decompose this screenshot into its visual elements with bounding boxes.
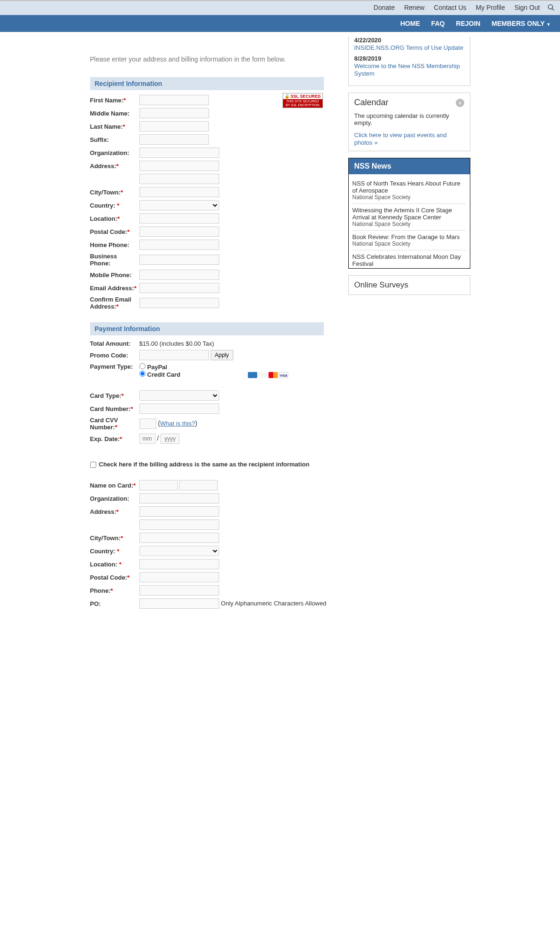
ssl-badge: 🔒SSL SECURED THIS SITE SECUREDBY SSL ENC… <box>283 93 323 108</box>
cvv-help-link[interactable]: What is this? <box>160 420 195 427</box>
plus-icon[interactable]: + <box>456 99 464 107</box>
total-amount-value: $15.00 (includes $0.00 Tax) <box>139 340 289 347</box>
billing-org-input[interactable] <box>139 493 219 504</box>
notice-date: 8/28/2019 <box>354 55 464 62</box>
mobile-phone-input[interactable] <box>139 270 219 280</box>
same-address-checkbox[interactable] <box>90 462 96 468</box>
past-events-link[interactable]: Click here to view past events and photo… <box>354 132 447 146</box>
apply-promo-button[interactable]: Apply <box>211 350 233 360</box>
nav-members[interactable]: MEMBERS ONLY ▾ <box>491 20 550 27</box>
intro-text: Please enter your address and billing in… <box>90 55 339 63</box>
lock-icon: 🔒 <box>284 94 290 99</box>
middle-name-input[interactable] <box>139 108 209 118</box>
exp-year-input[interactable] <box>161 434 179 444</box>
city-input[interactable] <box>139 187 219 197</box>
postal-input[interactable] <box>139 226 219 237</box>
mastercard-icon <box>268 372 278 378</box>
contact-link[interactable]: Contact Us <box>434 4 466 11</box>
billing-address2-input[interactable] <box>139 519 219 530</box>
promo-input[interactable] <box>139 350 209 360</box>
email-input[interactable] <box>139 283 219 293</box>
payment-section-header: Payment Information <box>90 322 324 335</box>
card-type-select[interactable] <box>139 390 219 401</box>
nav-home[interactable]: HOME <box>400 20 420 27</box>
nav-rejoin[interactable]: REJOIN <box>456 20 480 27</box>
discover-icon <box>258 372 268 378</box>
nav-faq[interactable]: FAQ <box>431 20 445 27</box>
news-box: NSS News NSS of North Texas Hears About … <box>348 158 470 269</box>
creditcard-label: Credit Card <box>147 371 181 378</box>
notices-box: 4/22/2020 INSIDE.NSS.ORG Terms of Use Up… <box>348 37 470 86</box>
news-heading: NSS News <box>349 158 470 174</box>
paypal-label: PayPal <box>147 364 168 371</box>
country-select[interactable] <box>139 200 219 210</box>
calendar-box: Calendar + The upcoming calendar is curr… <box>348 93 470 151</box>
address1-input[interactable] <box>139 161 219 171</box>
calendar-empty-text: The upcoming calendar is currently empty… <box>354 112 464 126</box>
billing-phone-input[interactable] <box>139 585 219 596</box>
address2-input[interactable] <box>139 174 219 184</box>
news-source: National Space Society <box>353 194 466 201</box>
card-last-name-input[interactable] <box>179 480 218 490</box>
news-title[interactable]: Witnessing the Artemis II Core Stage Arr… <box>353 207 466 221</box>
notice-date: 4/22/2020 <box>354 37 464 44</box>
chevron-down-icon: ▾ <box>547 22 550 27</box>
calendar-heading: Calendar <box>354 98 389 108</box>
card-brand-icons: VISA <box>248 372 288 378</box>
po-note: Only Alphanumeric Characters Allowed <box>219 600 327 607</box>
amex-icon <box>248 372 257 378</box>
surveys-heading: Online Surveys <box>354 280 464 290</box>
card-first-name-input[interactable] <box>139 480 178 490</box>
billing-postal-input[interactable] <box>139 572 219 582</box>
billing-country-select[interactable] <box>139 546 219 556</box>
signout-link[interactable]: Sign Out <box>514 4 540 11</box>
donate-link[interactable]: Donate <box>374 4 395 11</box>
search-icon[interactable] <box>547 4 554 12</box>
utility-nav: Donate Renew Contact Us My Profile Sign … <box>0 0 560 15</box>
paypal-radio[interactable] <box>139 363 146 369</box>
organization-input[interactable] <box>139 147 219 158</box>
card-number-input[interactable] <box>139 403 219 414</box>
renew-link[interactable]: Renew <box>404 4 425 11</box>
notice-link[interactable]: INSIDE.NSS.ORG Terms of Use Update <box>354 44 463 51</box>
last-name-input[interactable] <box>139 121 209 132</box>
svg-point-0 <box>548 5 552 9</box>
news-source: National Space Society <box>353 267 466 268</box>
billing-location-input[interactable] <box>139 559 219 569</box>
surveys-box: Online Surveys <box>348 275 470 295</box>
recipient-section-header: Recipient Information <box>90 77 324 90</box>
profile-link[interactable]: My Profile <box>476 4 505 11</box>
confirm-email-input[interactable] <box>139 298 219 308</box>
same-address-label: Check here if the billing address is the… <box>99 461 310 468</box>
news-title[interactable]: NSS Celebrates International Moon Day Fe… <box>353 253 466 267</box>
po-input[interactable] <box>139 598 219 609</box>
billing-city-input[interactable] <box>139 533 219 543</box>
business-phone-input[interactable] <box>139 255 219 265</box>
visa-icon: VISA <box>279 372 288 378</box>
cvv-input[interactable] <box>139 418 156 429</box>
news-title[interactable]: Book Review: From the Garage to Mars <box>353 233 466 240</box>
news-source: National Space Society <box>353 240 466 247</box>
news-title[interactable]: NSS of North Texas Hears About Future of… <box>353 180 466 194</box>
suffix-input[interactable] <box>139 134 209 145</box>
location-input[interactable] <box>139 213 219 224</box>
svg-line-1 <box>552 9 554 11</box>
news-source: National Space Society <box>353 221 466 227</box>
notice-link[interactable]: Welcome to the New NSS Membership System <box>354 62 460 77</box>
main-nav: HOME FAQ REJOIN MEMBERS ONLY ▾ <box>0 15 560 32</box>
home-phone-input[interactable] <box>139 240 219 250</box>
exp-month-input[interactable] <box>139 434 155 444</box>
billing-address1-input[interactable] <box>139 506 219 517</box>
creditcard-radio[interactable] <box>139 371 146 377</box>
first-name-input[interactable] <box>139 95 209 105</box>
